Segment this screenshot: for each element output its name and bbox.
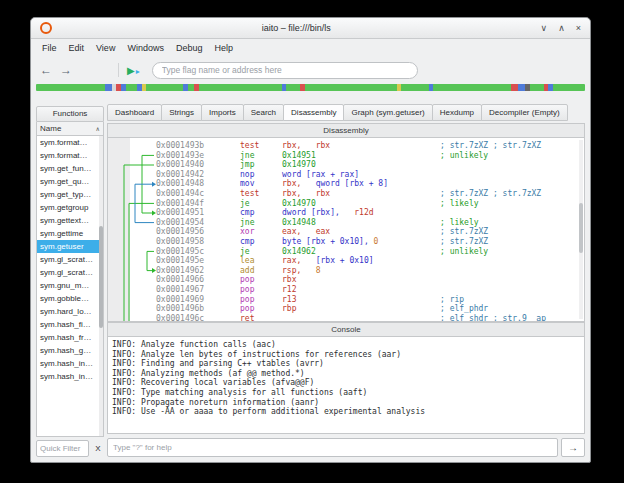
disassembly-line[interactable]: 0x0001495elearax, [rbx + 0x10] (156, 256, 576, 266)
operand: [rbx + 0x10] (301, 256, 373, 265)
function-list-item[interactable]: sym.gobble… (37, 292, 103, 305)
menu-file[interactable]: File (36, 41, 63, 55)
menu-help[interactable]: Help (208, 41, 239, 55)
operand: 0x14970 (282, 199, 316, 208)
instruction-operands: rbx, rbx (282, 141, 440, 151)
instruction-address: 0x0001493e (156, 151, 240, 161)
function-list-item[interactable]: sym.gnu_m… (37, 279, 103, 292)
operand: 8 (301, 266, 320, 275)
seek-segment (401, 84, 429, 91)
disassembly-view[interactable]: 0x0001493btestrbx, rbx; str.7zXZ ; str.7… (107, 138, 585, 322)
instruction-operands: 0x14962 (282, 247, 440, 257)
operand: rbp (282, 304, 296, 313)
menu-windows[interactable]: Windows (121, 41, 170, 55)
seek-bar[interactable] (36, 84, 585, 91)
disassembly-line[interactable]: 0x00014951cmpdword [rbx], r12d (156, 208, 576, 218)
function-list-item[interactable]: sym.format… (37, 149, 103, 162)
quick-filter-clear-button[interactable]: X (92, 444, 104, 453)
menu-edit[interactable]: Edit (63, 41, 91, 55)
disassembly-scrollbar[interactable] (579, 140, 583, 319)
console-panel-title[interactable]: Console (107, 322, 585, 337)
function-list-item[interactable]: sym.hard_lo… (37, 305, 103, 318)
instruction-mnemonic: nop (240, 170, 282, 180)
console-input-row: → (107, 438, 585, 457)
instruction-comment: ; unlikely (440, 247, 488, 256)
function-list-item[interactable]: sym.getgroup (37, 201, 103, 214)
disassembly-line[interactable]: 0x00014954jne0x14948; likely (156, 218, 576, 228)
function-list-item[interactable]: sym.gettime (37, 227, 103, 240)
disassembly-line[interactable]: 0x0001493btestrbx, rbx; str.7zXZ ; str.7… (156, 141, 576, 151)
omnibar-search-input[interactable] (152, 62, 418, 79)
instruction-mnemonic: pop (240, 275, 282, 285)
tab-disassembly[interactable]: Disassembly (283, 104, 344, 121)
operand: rbx, (282, 141, 301, 150)
tab-imports[interactable]: Imports (201, 104, 244, 121)
instruction-mnemonic: je (240, 199, 282, 209)
menu-view[interactable]: View (90, 41, 121, 55)
disassembly-line[interactable]: 0x00014962addrsp, 8 (156, 266, 576, 276)
disassembly-line[interactable]: 0x0001494fje0x14970; likely (156, 199, 576, 209)
debug-continue-icon[interactable]: ▸ (136, 67, 140, 76)
seek-segment (518, 84, 525, 91)
function-list-item[interactable]: sym.gl_scrat… (37, 266, 103, 279)
console-execute-button[interactable]: → (561, 438, 585, 457)
back-icon[interactable]: ← (40, 63, 52, 77)
tab-dashboard[interactable]: Dashboard (107, 104, 162, 121)
function-list-item[interactable]: sym.gettext… (37, 214, 103, 227)
function-list-item[interactable]: sym.get_qu… (37, 175, 103, 188)
tab-graph-sym-getuser[interactable]: Graph (sym.getuser) (343, 104, 432, 121)
disassembly-panel-title[interactable]: Disassembly (107, 123, 585, 138)
functions-column-header[interactable]: Name ∧ (36, 122, 104, 136)
disassembly-line[interactable]: 0x00014967popr12 (156, 285, 576, 295)
disassembly-line[interactable]: 0x0001496bpoprbp; elf_phdr (156, 304, 576, 314)
console-command-input[interactable] (107, 438, 558, 457)
disassembly-line[interactable]: 0x0001494ctestrbx, rbx; str.7zXZ ; str.7… (156, 189, 576, 199)
disassembly-line[interactable]: 0x00014942nopword [rax + rax] (156, 170, 576, 180)
function-list-scrollbar[interactable] (99, 136, 103, 436)
tab-search[interactable]: Search (243, 104, 284, 121)
function-list-item[interactable]: sym.hash_g… (37, 344, 103, 357)
functions-dock-title[interactable]: Functions (36, 106, 104, 122)
operand: 0x14970 (282, 160, 316, 169)
function-list-item[interactable]: sym.hash_in… (37, 357, 103, 370)
console-line: INFO: Finding and parsing C++ vtables (a… (112, 359, 580, 369)
instruction-mnemonic: pop (240, 304, 282, 314)
tab-strings[interactable]: Strings (161, 104, 202, 121)
disassembly-line[interactable]: 0x00014940jmp0x14970 (156, 160, 576, 170)
tab-hexdump[interactable]: Hexdump (432, 104, 482, 121)
minimize-button[interactable]: ∨ (541, 24, 548, 33)
operand: rsp, (282, 266, 301, 275)
quick-filter-input[interactable] (36, 440, 89, 457)
disassembly-line[interactable]: 0x00014958cmpbyte [rbx + 0x10], 0; str.7… (156, 237, 576, 247)
debug-start-icon[interactable]: ▶ (127, 65, 135, 76)
title-bar[interactable]: iaito – file:///bin/ls ∨ ∧ × (31, 18, 590, 39)
app-window: iaito – file:///bin/ls ∨ ∧ × FileEditVie… (30, 17, 591, 463)
function-list-item[interactable]: sym.getuser (37, 240, 103, 253)
disassembly-line[interactable]: 0x0001495cje0x14962; unlikely (156, 247, 576, 257)
forward-icon[interactable]: → (60, 63, 72, 77)
disassembly-scrollbar-thumb[interactable] (579, 203, 583, 253)
function-list-scrollbar-thumb[interactable] (99, 226, 103, 328)
instruction-operands: 0x14948 (282, 218, 440, 228)
instruction-address: 0x0001495c (156, 247, 240, 257)
menu-debug[interactable]: Debug (170, 41, 209, 55)
function-list-item[interactable]: sym.gl_scrat… (37, 253, 103, 266)
function-list-item[interactable]: sym.hash_fi… (37, 318, 103, 331)
disassembly-line[interactable]: 0x0001493ejne0x14951; unlikely (156, 151, 576, 161)
function-list-item[interactable]: sym.hash_fr… (37, 331, 103, 344)
instruction-mnemonic: pop (240, 295, 282, 305)
disassembly-line[interactable]: 0x00014956xoreax, eax; str.7zXZ (156, 227, 576, 237)
function-list-item[interactable]: sym.get_fun… (37, 162, 103, 175)
maximize-button[interactable]: ∧ (558, 24, 565, 33)
disassembly-line[interactable]: 0x00014948movrbx, qword [rbx + 8] (156, 179, 576, 189)
close-button[interactable]: × (576, 24, 581, 33)
function-list-item[interactable]: sym.hash_in… (37, 370, 103, 383)
disassembly-line[interactable]: 0x0001496cret; elf_shdr ; str.9__ap (156, 314, 576, 322)
function-list-item[interactable]: sym.format… (37, 136, 103, 149)
tab-decompiler-empty[interactable]: Decompiler (Empty) (481, 104, 568, 121)
disassembly-line[interactable]: 0x00014966poprbx (156, 275, 576, 285)
disassembly-line[interactable]: 0x00014969popr13; rip (156, 295, 576, 305)
operand: rbx, (282, 179, 301, 188)
function-list-item[interactable]: sym.get_typ… (37, 188, 103, 201)
seek-segment (199, 84, 282, 91)
